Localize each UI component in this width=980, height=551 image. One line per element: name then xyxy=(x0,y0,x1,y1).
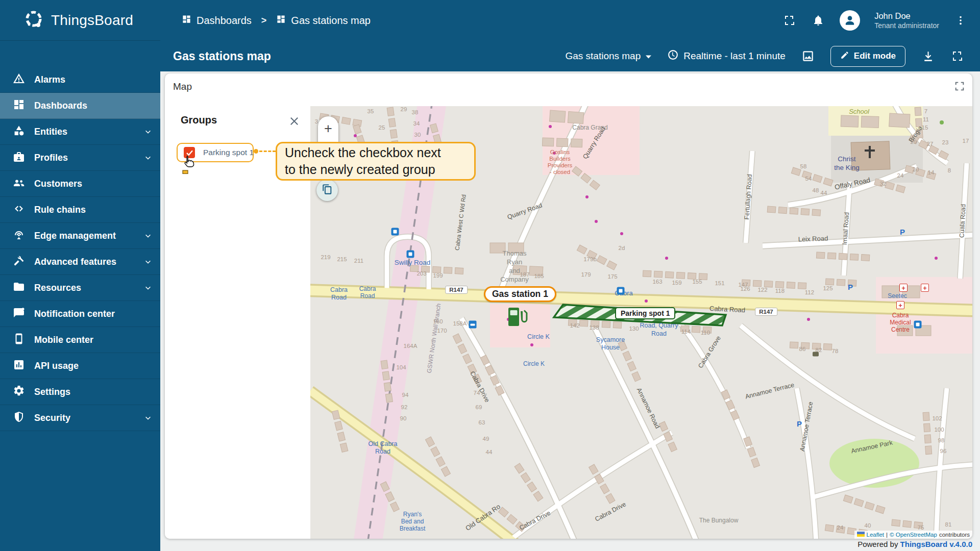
map-label: Builders xyxy=(549,156,571,162)
map-housenumber: 211 xyxy=(354,258,363,264)
map-housenumber: 118 xyxy=(775,288,785,294)
dashboard-toolbar: Gas stations map Gas stations map Realti… xyxy=(0,41,980,71)
map-housenumber: 20 xyxy=(913,166,919,172)
map-housenumber: 40 xyxy=(865,522,871,529)
parking-polygon-label[interactable]: Parking spot 1 xyxy=(615,307,675,319)
map-label: School xyxy=(849,108,869,115)
resources-icon xyxy=(13,281,25,295)
sidebar-item-mobile-center[interactable]: Mobile center xyxy=(0,327,160,353)
map-label: The Bungalow xyxy=(699,517,739,524)
map-label: Centre xyxy=(891,326,910,333)
osm-link[interactable]: © OpenStreetMap xyxy=(890,532,937,538)
map-label: Circle K xyxy=(523,360,545,367)
download-icon[interactable] xyxy=(921,49,935,63)
sidebar-item-entities[interactable]: Entities xyxy=(0,119,160,145)
map-label: Cabra xyxy=(359,285,376,292)
ukraine-flag-icon xyxy=(857,532,865,538)
user-role: Tenant administrator xyxy=(874,21,939,31)
map-label: the King xyxy=(834,164,860,171)
sidebar-item-profiles[interactable]: Profiles xyxy=(0,145,160,171)
map-housenumber: 24 xyxy=(897,172,904,179)
map-housenumber: 164A xyxy=(404,343,418,349)
map-housenumber: 17 xyxy=(963,138,969,144)
callout-line-1: Uncheck the checkbox next xyxy=(285,144,474,161)
thingsboard-app: ThingsBoard Dashboards > Gas stations ma… xyxy=(0,0,980,551)
group-label: Parking spot 1 xyxy=(203,148,254,157)
timewindow-button[interactable]: Realtime - last 1 minute xyxy=(667,49,786,63)
map-housenumber: 75 xyxy=(918,524,924,531)
breadcrumb: Dashboards > Gas stations map xyxy=(182,14,371,27)
map-housenumber: 32 xyxy=(880,181,887,187)
sidebar-item-dashboards[interactable]: Dashboards xyxy=(0,93,160,119)
map-housenumber: 122 xyxy=(757,287,767,293)
camera-icon xyxy=(813,352,819,357)
map-layers-button[interactable] xyxy=(316,180,338,201)
map-housenumber: 185 xyxy=(534,273,544,279)
thingsboard-logo-icon xyxy=(22,8,45,33)
map-label: Medical xyxy=(890,319,911,326)
sidebar-item-advanced-features[interactable]: Advanced features xyxy=(0,249,160,275)
sidebar-item-rule-chains[interactable]: Rule chains xyxy=(0,197,160,223)
thingsboard-version-link[interactable]: ThingsBoard v.4.0.0 xyxy=(900,540,972,548)
map-housenumber: 219 xyxy=(321,254,330,260)
sidebar-item-api-usage[interactable]: API usage xyxy=(0,353,160,379)
gas-station-marker-label[interactable]: Gas station 1 xyxy=(484,286,556,302)
map-label: Thomas xyxy=(503,249,527,257)
edit-mode-button[interactable]: Edit mode xyxy=(830,46,905,67)
content-area: Map xyxy=(160,71,980,551)
logo[interactable]: ThingsBoard xyxy=(0,0,160,41)
leaflet-link[interactable]: Leaflet xyxy=(867,532,885,538)
sidebar-item-security[interactable]: Security xyxy=(0,405,160,431)
plus-icon: + xyxy=(318,116,338,141)
map-label: Seetec xyxy=(888,292,906,299)
sidebar-item-notification-center[interactable]: Notification center xyxy=(0,301,160,327)
parking-icon: P xyxy=(848,283,853,291)
pharmacy-icon: + xyxy=(921,284,929,292)
fullscreen-dashboard-icon[interactable] xyxy=(950,49,965,63)
fullscreen-icon[interactable] xyxy=(782,13,797,28)
notifications-bell-icon[interactable] xyxy=(811,13,825,28)
map-label: - closed xyxy=(550,169,570,175)
callout-line-2: to the newly created group xyxy=(285,161,474,178)
bus-stop-icon xyxy=(914,321,922,329)
map-label: Christ xyxy=(838,155,855,163)
map-housenumber: 38 xyxy=(412,109,419,115)
sidebar-item-settings[interactable]: Settings xyxy=(0,379,160,405)
map-housenumber: 34 xyxy=(413,120,420,127)
map-housenumber: 78 xyxy=(832,348,839,354)
breadcrumb-current[interactable]: Gas stations map xyxy=(276,14,371,27)
dashboard-selector[interactable]: Gas stations map xyxy=(565,51,652,62)
close-icon[interactable] xyxy=(288,115,300,129)
api-icon xyxy=(13,359,25,373)
map-housenumber: 58 xyxy=(800,163,807,169)
pencil-icon xyxy=(840,51,849,62)
groups-panel-title: Groups xyxy=(181,114,217,126)
route-badge: R147 xyxy=(755,308,777,316)
map-label: Cabra xyxy=(892,312,909,319)
map-housenumber: 48 xyxy=(813,187,819,193)
user-name: John Doe xyxy=(874,11,939,21)
hospital-icon: + xyxy=(896,301,904,309)
sidebar-item-customers[interactable]: Customers xyxy=(0,171,160,197)
breadcrumb-dashboards[interactable]: Dashboards xyxy=(182,14,252,27)
sidebar-item-resources[interactable]: Resources xyxy=(0,275,160,301)
image-gallery-icon[interactable] xyxy=(801,49,815,63)
more-menu-icon[interactable] xyxy=(953,13,968,28)
map-housenumber: 163 xyxy=(652,279,662,285)
map-housenumber: 158A xyxy=(453,320,467,327)
map-housenumber: 29 xyxy=(401,106,407,112)
map-housenumber: 30 xyxy=(414,132,421,138)
map-housenumber: 179 xyxy=(581,271,591,278)
map-housenumber: 114 xyxy=(681,329,691,335)
advanced-icon xyxy=(13,255,25,269)
map-label: Swilly Road xyxy=(395,259,431,266)
user-avatar[interactable] xyxy=(840,10,860,31)
widget-expand-icon[interactable] xyxy=(954,81,965,94)
map-label: Goslins xyxy=(550,149,570,155)
map-housenumber: 8 xyxy=(948,167,951,173)
map-label: House xyxy=(601,344,620,351)
sidebar-item-edge-management[interactable]: Edge management xyxy=(0,223,160,249)
gas-pump-icon[interactable] xyxy=(507,304,528,330)
map-housenumber: 44 xyxy=(821,190,827,196)
settings-icon xyxy=(13,385,25,399)
